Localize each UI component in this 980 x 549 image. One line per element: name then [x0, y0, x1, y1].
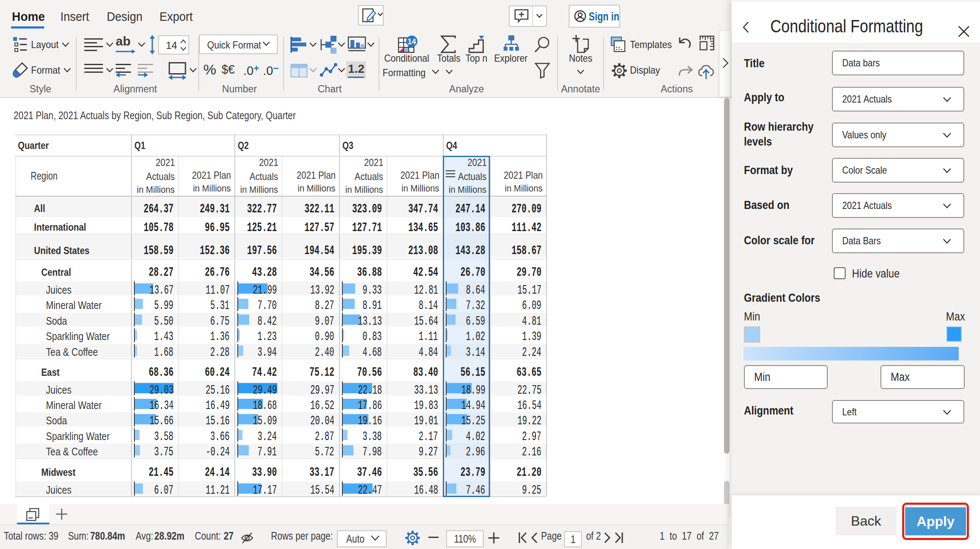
svg-text:14: 14	[407, 37, 416, 46]
